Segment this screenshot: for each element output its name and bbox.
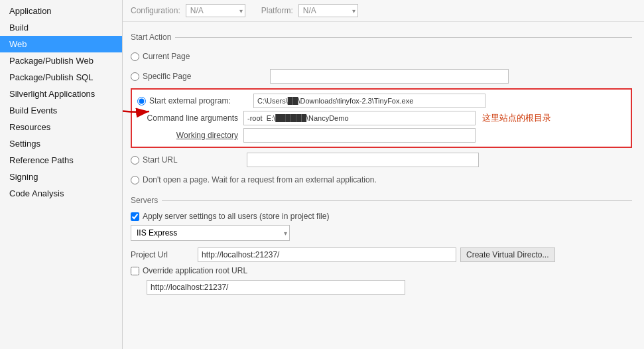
- apply-server-settings-row: Apply server settings to all users (stor…: [131, 212, 632, 221]
- specific-page-row: Specific Page: [131, 68, 632, 84]
- external-program-row: Start external program:: [137, 94, 625, 108]
- sidebar-item-resources[interactable]: Resources: [0, 119, 122, 135]
- external-program-radio[interactable]: [137, 97, 146, 105]
- override-app-root-row: Override application root URL: [131, 266, 632, 275]
- configuration-select[interactable]: N/A: [186, 4, 245, 17]
- iis-select-wrapper: IIS Express: [131, 225, 632, 241]
- sidebar-item-package-publish-web[interactable]: Package/Publish Web: [0, 52, 122, 69]
- sidebar-item-web[interactable]: Web: [0, 36, 122, 52]
- start-url-row: Start URL: [131, 152, 632, 168]
- no-open-radio[interactable]: [131, 176, 139, 184]
- start-url-radio[interactable]: [131, 156, 139, 165]
- platform-select[interactable]: N/A: [298, 4, 358, 17]
- sidebar-item-signing[interactable]: Signing: [0, 169, 122, 185]
- iis-express-select[interactable]: IIS Express: [131, 225, 290, 241]
- current-page-radio-label[interactable]: Current Page: [131, 52, 263, 61]
- sidebar-item-build[interactable]: Build: [0, 19, 122, 36]
- start-url-input[interactable]: [247, 153, 479, 167]
- specific-page-radio-label[interactable]: Specific Page: [131, 72, 263, 81]
- sidebar-item-reference-paths[interactable]: Reference Paths: [0, 152, 122, 169]
- working-dir-label: Working directory: [137, 131, 243, 140]
- servers-header: Servers: [131, 196, 632, 205]
- sidebar-item-settings[interactable]: Settings: [0, 135, 122, 152]
- specific-page-radio[interactable]: [131, 72, 139, 81]
- external-program-highlight-box: Start external program: Command line arg…: [131, 88, 632, 148]
- project-url-row: Project Url Create Virtual Directo...: [131, 247, 632, 262]
- sidebar-item-package-publish-sql[interactable]: Package/Publish SQL: [0, 69, 122, 86]
- top-bar: Configuration: N/A Platform: N/A: [123, 0, 644, 22]
- main-content: Configuration: N/A Platform: N/A Start A…: [123, 0, 644, 349]
- external-program-input[interactable]: [253, 94, 485, 108]
- project-url-label: Project Url: [131, 250, 194, 259]
- specific-page-input[interactable]: [270, 69, 509, 84]
- no-open-radio-label[interactable]: Don't open a page. Wait for a request fr…: [131, 175, 377, 184]
- current-page-radio[interactable]: [131, 52, 139, 61]
- working-dir-row: Working directory: [137, 128, 625, 143]
- sidebar-item-build-events[interactable]: Build Events: [0, 102, 122, 119]
- servers-section: Servers Apply server settings to all use…: [131, 196, 632, 295]
- sidebar-item-application[interactable]: Application: [0, 3, 122, 19]
- cmdline-label: Command line arguments: [137, 113, 243, 123]
- sidebar: Application Build Web Package/Publish We…: [0, 0, 123, 349]
- working-dir-input[interactable]: [243, 128, 476, 143]
- cmdline-input[interactable]: [243, 111, 476, 125]
- start-url-radio-label[interactable]: Start URL: [131, 155, 247, 165]
- override-url-row: [131, 279, 632, 295]
- platform-select-wrapper: N/A: [298, 4, 358, 17]
- override-url-input[interactable]: [147, 280, 405, 295]
- configuration-label: Configuration:: [131, 6, 180, 15]
- sidebar-item-code-analysis[interactable]: Code Analysis: [0, 185, 122, 202]
- start-action-header: Start Action: [131, 33, 632, 42]
- content-scroll[interactable]: Start Action Current Page Specific Page: [123, 22, 644, 349]
- override-app-root-checkbox[interactable]: [131, 267, 139, 275]
- content-inner: Start Action Current Page Specific Page: [123, 22, 644, 306]
- annotation-text: 这里站点的根目录: [482, 112, 551, 124]
- platform-label: Platform:: [261, 6, 293, 15]
- create-virtual-directory-button[interactable]: Create Virtual Directo...: [460, 247, 555, 262]
- cmdline-row: Command line arguments 这里站点的根目录: [137, 111, 625, 125]
- apply-server-settings-checkbox[interactable]: [131, 212, 139, 221]
- current-page-row: Current Page: [131, 48, 632, 64]
- no-open-row: Don't open a page. Wait for a request fr…: [131, 172, 632, 188]
- sidebar-item-silverlight[interactable]: Silverlight Applications: [0, 86, 122, 102]
- configuration-select-wrapper: N/A: [186, 4, 245, 17]
- external-program-radio-label[interactable]: Start external program:: [137, 96, 253, 105]
- project-url-input[interactable]: [198, 247, 456, 262]
